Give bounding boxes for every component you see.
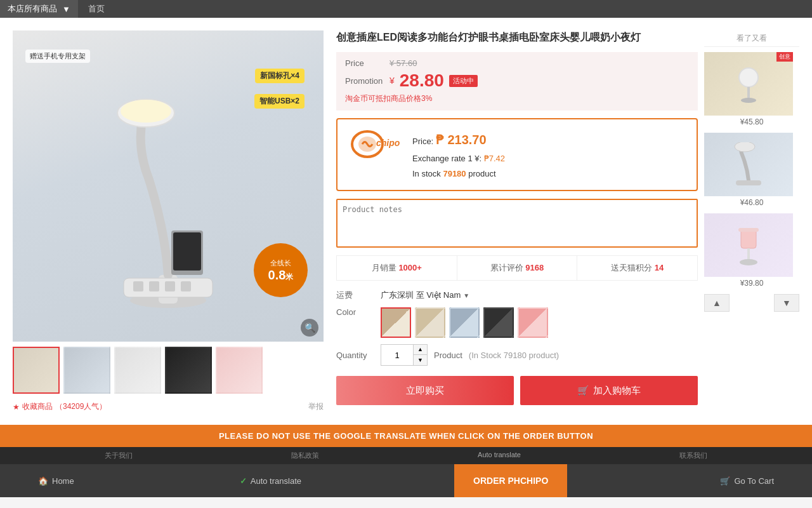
svg-point-14 <box>739 68 758 87</box>
sidebar-rec-3[interactable]: ¥39.80 <box>704 213 799 288</box>
color-options <box>381 307 548 338</box>
sidebar-badge-1: 创意 <box>776 52 793 62</box>
bottom-bar: 🏠 Home ✓ Auto translate ORDER PHCHIPO 🛒 … <box>0 464 812 497</box>
promo-price-group: ¥ 28.80 活动中 <box>390 70 478 91</box>
sidebar-title: 看了又看 <box>704 30 799 47</box>
cart-icon: 🛒 <box>577 385 589 396</box>
svg-rect-8 <box>181 281 191 291</box>
svg-rect-22 <box>738 228 759 232</box>
svg-point-21 <box>740 259 757 265</box>
monthly-sales-stat: 月销量 1000+ <box>337 256 457 280</box>
sidebar-price-1: ¥45.80 <box>704 117 799 126</box>
original-price: ¥ 57.60 <box>390 58 417 68</box>
chipo-stock-row: In stock 79180 product <box>412 166 505 181</box>
add-cart-label: 加入购物车 <box>593 385 641 397</box>
thumbnail-5[interactable] <box>216 347 263 394</box>
home-bottom-button[interactable]: 🏠 Home <box>25 464 87 497</box>
promo-note: 淘金币可抵扣商品价格3% <box>345 93 689 104</box>
color-swatch-5[interactable] <box>518 307 548 338</box>
cart-bottom-label: Go To Cart <box>734 476 774 486</box>
points-value: 14 <box>655 263 664 272</box>
quantity-input[interactable] <box>381 345 413 365</box>
sidebar-rec-1[interactable]: 创意 ¥45.80 <box>704 52 799 126</box>
price-section: Price ¥ 57.60 Promotion ¥ 28.80 活动中 淘金币可… <box>336 52 698 110</box>
warning-banner: PLEASE DO NOT USE THE GOOGLE TRANSLATE W… <box>0 425 812 447</box>
report-button[interactable]: 举报 <box>308 401 324 412</box>
quantity-increase-button[interactable]: ▲ <box>413 345 427 355</box>
svg-point-16 <box>741 98 756 103</box>
svg-rect-18 <box>736 180 761 185</box>
reviews-stat: 累计评价 9168 <box>457 256 578 280</box>
chipo-stock-value: 79180 <box>443 169 466 178</box>
home-nav-link[interactable]: 首页 <box>78 3 115 15</box>
product-notes-box <box>336 199 698 248</box>
color-swatch-3[interactable] <box>449 307 480 338</box>
product-images-section: 新国标孔×4 智能USB×2 赠送手机专用支架 全线长 0.8米 🔍 <box>13 30 324 412</box>
footer-link-3[interactable]: Auto translate <box>478 451 521 460</box>
shipping-label: 运费 <box>336 290 374 301</box>
collect-count: （34209人气） <box>55 401 107 412</box>
product-unit-label: Product <box>434 351 462 360</box>
svg-rect-19 <box>741 229 756 248</box>
store-dropdown[interactable]: 本店所有商品 ▼ <box>0 0 78 18</box>
buy-now-button[interactable]: 立即购买 <box>336 376 514 405</box>
sidebar-recommendations: 看了又看 创意 ¥45.80 ¥46.80 <box>704 30 799 412</box>
store-label: 本店所有商品 <box>8 3 57 15</box>
promo-badge: 活动中 <box>449 75 478 87</box>
chipo-price-box: chipo Price: ₱ 213.70 Exchange rate 1 ¥:… <box>336 118 698 191</box>
home-icon: 🏠 <box>38 476 48 486</box>
color-swatch-1[interactable] <box>381 307 411 338</box>
auto-translate-button[interactable]: ✓ Auto translate <box>227 464 314 497</box>
cable-length-badge: 全线长 0.8米 <box>254 243 308 297</box>
color-swatch-4[interactable] <box>483 307 514 338</box>
color-swatch-2[interactable] <box>415 307 445 338</box>
product-title: 创意插座LED阅读多功能台灯护眼书桌插电卧室床头婴儿喂奶小夜灯 <box>336 30 698 44</box>
original-price-row: Price ¥ 57.60 <box>345 58 689 68</box>
shipping-selector[interactable]: 广东深圳 至 Việt Nam ▼ <box>381 290 469 301</box>
footer-link-4[interactable]: 联系我们 <box>679 451 707 460</box>
thumbnail-1[interactable] <box>13 347 60 394</box>
points-stat: 送天猫积分 14 <box>577 256 697 280</box>
sidebar-rec-2[interactable]: ¥46.80 <box>704 133 799 207</box>
collect-label: 收藏商品 <box>22 401 53 412</box>
product-notes-input[interactable] <box>337 200 697 244</box>
thumbnail-2[interactable] <box>63 347 110 394</box>
thumbnail-strip <box>13 347 324 394</box>
chipo-price: ₱ 213.70 <box>436 133 487 147</box>
quantity-input-group: ▲ ▼ <box>381 344 428 366</box>
color-label: Color <box>336 307 374 317</box>
quantity-decrease-button[interactable]: ▼ <box>413 355 427 365</box>
add-to-cart-button[interactable]: 🛒 加入购物车 <box>520 376 698 405</box>
footer-link-1[interactable]: 关于我们 <box>105 451 133 460</box>
sidebar-prev-button[interactable]: ▲ <box>704 294 730 312</box>
cart-bottom-icon: 🛒 <box>720 476 730 486</box>
collect-button[interactable]: ★ 收藏商品 （34209人气） <box>13 401 107 412</box>
footer-link-2[interactable]: 隐私政策 <box>291 451 319 460</box>
dropdown-arrow-icon: ▼ <box>62 4 70 14</box>
svg-rect-7 <box>165 281 175 291</box>
svg-rect-6 <box>149 281 159 291</box>
sidebar-img-3 <box>704 213 793 277</box>
promo-price-row: Promotion ¥ 28.80 活动中 <box>345 70 689 91</box>
thumbnail-3[interactable] <box>114 347 161 394</box>
lamp-svg <box>73 53 263 319</box>
order-phchipo-button[interactable]: ORDER PHCHIPO <box>454 464 567 497</box>
price-label: Price <box>345 58 383 68</box>
shipping-value: 广东深圳 至 Việt Nam <box>381 290 461 301</box>
chipo-logo-svg: chipo <box>350 128 400 160</box>
shipping-dropdown-icon: ▼ <box>463 292 469 299</box>
feature-badge-1: 新国标孔×4 <box>255 69 304 83</box>
zoom-icon[interactable]: 🔍 <box>301 319 318 337</box>
thumbnail-4[interactable] <box>165 347 212 394</box>
product-stats-row: 月销量 1000+ 累计评价 9168 送天猫积分 14 <box>336 255 698 281</box>
footer-links: 关于我们 隐私政策 Auto translate 联系我们 <box>0 447 812 464</box>
color-row: Color <box>336 307 698 338</box>
svg-text:chipo: chipo <box>376 138 400 148</box>
go-to-cart-button[interactable]: 🛒 Go To Cart <box>707 464 787 497</box>
sidebar-img-2 <box>704 133 793 196</box>
chipo-info: Price: ₱ 213.70 Exchange rate 1 ¥: ₱7.42… <box>412 128 505 181</box>
main-content: 新国标孔×4 智能USB×2 赠送手机专用支架 全线长 0.8米 🔍 <box>0 18 812 425</box>
svg-rect-5 <box>133 281 143 291</box>
sidebar-next-button[interactable]: ▼ <box>774 294 799 312</box>
promo-price-value: 28.80 <box>400 70 444 91</box>
